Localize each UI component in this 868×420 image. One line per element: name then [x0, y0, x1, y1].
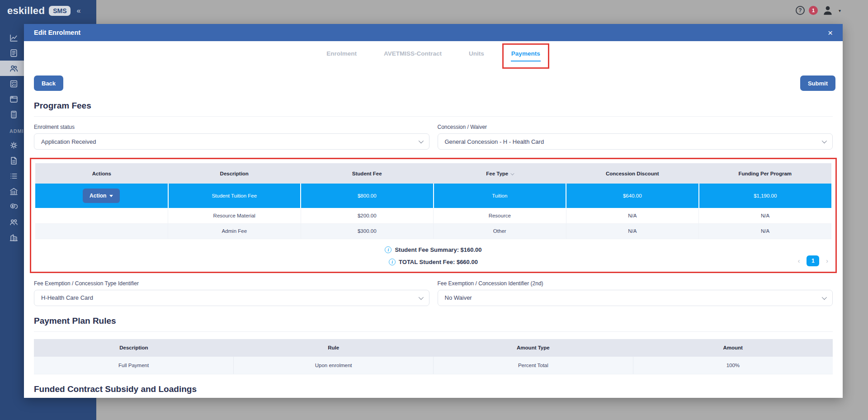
cell-funding: N/A	[699, 208, 832, 223]
enrolment-status-label: Enrolment status	[34, 124, 429, 130]
cell-fee-type: Other	[434, 223, 566, 239]
fees-col-concession-discount: Concession Discount	[566, 163, 699, 184]
building-icon	[9, 233, 18, 242]
cell-plan-amount: 100%	[633, 357, 833, 374]
cell-fee-type: Tuition	[434, 184, 566, 208]
fees-col-funding: Funding Per Program	[699, 163, 832, 184]
tab-units[interactable]: Units	[469, 50, 484, 57]
chevron-down-icon	[822, 294, 827, 299]
payment-plan-rules-heading: Payment Plan Rules	[34, 316, 833, 332]
fee-exemption-2-value: No Waiver	[445, 294, 472, 301]
annotation-box-fees-table: Actions Description Student Fee Fee Type…	[30, 158, 837, 273]
help-icon[interactable]: ?	[796, 6, 805, 15]
info-icon: i	[389, 259, 396, 265]
modal-title: Edit Enrolment	[34, 29, 80, 36]
pagination: ‹ 1 ›	[798, 255, 828, 266]
back-button[interactable]: Back	[34, 76, 63, 91]
fee-exemption-2-label: Fee Exemption / Concession Identifier (2…	[438, 280, 833, 287]
plan-row[interactable]: Full Payment Upon enrolment Percent Tota…	[34, 357, 833, 374]
plan-col-amount-type: Amount Type	[434, 339, 633, 357]
fees-col-fee-type[interactable]: Fee Type	[434, 163, 566, 184]
cell-concession-discount: $640.00	[566, 184, 699, 208]
chart-icon	[9, 33, 18, 42]
fee-exemption-2-select[interactable]: No Waiver	[438, 290, 833, 306]
caret-down-icon	[109, 195, 113, 197]
cell-student-fee: $300.00	[301, 223, 434, 239]
funded-contract-heading: Funded Contract Subsidy and Loadings	[34, 384, 833, 398]
sort-caret-icon	[510, 171, 514, 175]
cell-plan-rule: Upon enrolment	[234, 357, 434, 374]
prev-page-icon[interactable]: ‹	[798, 257, 800, 264]
students-icon	[9, 64, 18, 73]
report-icon	[9, 49, 18, 57]
cell-funding: N/A	[699, 223, 832, 239]
tab-payments[interactable]: Payments	[511, 50, 540, 57]
page-number[interactable]: 1	[807, 255, 819, 266]
fees-row[interactable]: Admin Fee $300.00 Other N/A N/A	[35, 223, 831, 239]
next-page-icon[interactable]: ›	[826, 257, 828, 264]
sidebar-collapse-icon[interactable]: «	[76, 7, 80, 15]
brand-name: eskilled	[7, 5, 45, 17]
modal-header: Edit Enrolment ×	[24, 24, 843, 41]
action-dropdown-button[interactable]: Action	[83, 189, 120, 203]
fees-col-description: Description	[168, 163, 301, 184]
fees-row[interactable]: Resource Material $200.00 Resource N/A N…	[35, 208, 831, 223]
plan-col-description: Description	[34, 339, 234, 357]
fee-exemption-1-select[interactable]: H-Health Care Card	[34, 290, 429, 306]
coins-icon	[9, 203, 18, 211]
fees-table: Actions Description Student Fee Fee Type…	[35, 163, 831, 239]
payment-plan-table: Description Rule Amount Type Amount Full…	[34, 339, 833, 375]
program-fees-heading: Program Fees	[34, 101, 833, 117]
plan-col-rule: Rule	[234, 339, 434, 357]
tab-avetmiss-contract[interactable]: AVETMISS-Contract	[384, 50, 442, 57]
modal-tabs: Enrolment AVETMISS-Contract Units Paymen…	[34, 50, 833, 69]
enrolment-status-select[interactable]: Application Received	[34, 133, 429, 150]
checklist-icon	[9, 80, 18, 88]
student-fee-summary: iStudent Fee Summary: $160.00	[385, 246, 481, 253]
cell-funding: $1,190.00	[699, 184, 832, 208]
edit-enrolment-modal: Edit Enrolment × Enrolment AVETMISS-Cont…	[24, 24, 843, 398]
total-student-fee: iTOTAL Student Fee: $660.00	[389, 259, 478, 265]
fees-row-selected[interactable]: Action Student Tuition Fee $800.00 Tuiti…	[35, 184, 831, 208]
cell-concession-discount: N/A	[566, 223, 699, 239]
cell-description: Admin Fee	[168, 223, 301, 239]
calculator-icon	[9, 110, 18, 119]
cell-concession-discount: N/A	[566, 208, 699, 223]
topbar-actions: ? 1 ▾	[796, 5, 841, 16]
cell-plan-amount-type: Percent Total	[434, 357, 633, 374]
gear-icon	[9, 141, 18, 150]
concession-waiver-label: Concession / Waiver	[438, 124, 833, 130]
bank-icon	[9, 187, 18, 196]
fees-col-student-fee: Student Fee	[301, 163, 434, 184]
window-icon	[9, 95, 18, 104]
chevron-down-icon	[418, 294, 423, 299]
cell-plan-description: Full Payment	[34, 357, 234, 374]
chevron-down-icon	[822, 138, 827, 143]
fee-exemption-1-value: H-Health Care Card	[41, 294, 93, 301]
submit-button[interactable]: Submit	[800, 76, 835, 91]
cell-fee-type: Resource	[434, 208, 566, 223]
fee-exemption-1-label: Fee Exemption / Concession Type Identifi…	[34, 280, 429, 287]
enrolment-status-value: Application Received	[41, 138, 96, 145]
user-menu-caret-icon[interactable]: ▾	[839, 8, 841, 13]
concession-waiver-select[interactable]: General Concession - H - Health Card	[438, 133, 833, 150]
cell-description: Resource Material	[168, 208, 301, 223]
tab-enrolment[interactable]: Enrolment	[326, 50, 357, 57]
people-icon	[9, 218, 18, 227]
user-avatar-icon[interactable]	[822, 5, 834, 16]
fees-col-actions: Actions	[35, 163, 168, 184]
chevron-down-icon	[418, 138, 423, 143]
info-icon: i	[385, 246, 392, 253]
cell-student-fee: $800.00	[301, 184, 434, 208]
document-icon	[9, 156, 18, 165]
cell-student-fee: $200.00	[301, 208, 434, 223]
list-icon	[9, 172, 18, 180]
close-icon[interactable]: ×	[828, 28, 833, 37]
notification-badge[interactable]: 1	[809, 6, 818, 15]
cell-description: Student Tuition Fee	[168, 184, 301, 208]
plan-col-amount: Amount	[633, 339, 833, 357]
concession-waiver-value: General Concession - H - Health Card	[445, 138, 544, 145]
app-logo[interactable]: eskilled SMS «	[0, 0, 96, 22]
brand-badge: SMS	[49, 6, 71, 16]
